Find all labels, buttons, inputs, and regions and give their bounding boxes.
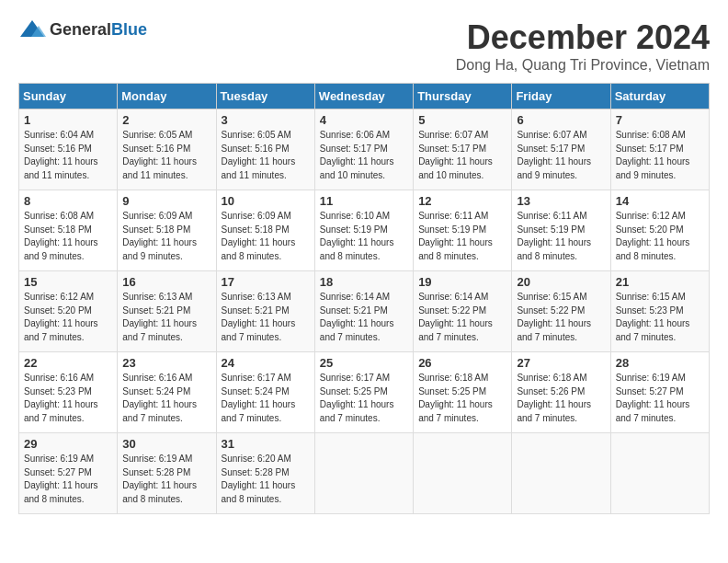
calendar-table: SundayMondayTuesdayWednesdayThursdayFrid…: [18, 83, 710, 514]
day-number: 21: [616, 275, 704, 289]
month-title: December 2024: [456, 18, 710, 57]
day-number: 31: [222, 437, 310, 451]
calendar-cell: 11 Sunrise: 6:10 AMSunset: 5:19 PMDaylig…: [314, 190, 413, 271]
day-number: 29: [24, 437, 112, 451]
day-number: 17: [222, 275, 310, 289]
day-detail: Sunrise: 6:05 AMSunset: 5:16 PMDaylight:…: [222, 130, 296, 180]
day-detail: Sunrise: 6:12 AMSunset: 5:20 PMDaylight:…: [616, 211, 690, 261]
calendar-cell: [414, 433, 512, 514]
day-detail: Sunrise: 6:07 AMSunset: 5:17 PMDaylight:…: [517, 130, 591, 180]
calendar-cell: 7 Sunrise: 6:08 AMSunset: 5:17 PMDayligh…: [610, 109, 709, 190]
day-number: 19: [418, 275, 506, 289]
day-detail: Sunrise: 6:06 AMSunset: 5:17 PMDaylight:…: [320, 130, 394, 180]
calendar-cell: [512, 433, 610, 514]
day-number: 30: [122, 437, 210, 451]
title-block: December 2024 Dong Ha, Quang Tri Provinc…: [456, 18, 710, 74]
day-detail: Sunrise: 6:05 AMSunset: 5:16 PMDaylight:…: [122, 130, 197, 180]
logo-icon: [18, 18, 46, 40]
day-detail: Sunrise: 6:16 AMSunset: 5:23 PMDaylight:…: [24, 373, 98, 423]
calendar-cell: 5 Sunrise: 6:07 AMSunset: 5:17 PMDayligh…: [414, 109, 512, 190]
calendar-header-friday: Friday: [512, 84, 610, 109]
day-detail: Sunrise: 6:09 AMSunset: 5:18 PMDaylight:…: [222, 211, 296, 261]
day-detail: Sunrise: 6:17 AMSunset: 5:24 PMDaylight:…: [222, 373, 296, 423]
calendar-cell: 13 Sunrise: 6:11 AMSunset: 5:19 PMDaylig…: [512, 190, 610, 271]
calendar-cell: 22 Sunrise: 6:16 AMSunset: 5:23 PMDaylig…: [19, 352, 118, 433]
day-detail: Sunrise: 6:17 AMSunset: 5:25 PMDaylight:…: [320, 373, 394, 423]
calendar-cell: 18 Sunrise: 6:14 AMSunset: 5:21 PMDaylig…: [314, 271, 413, 352]
calendar-header-saturday: Saturday: [610, 84, 709, 109]
calendar-body: 1 Sunrise: 6:04 AMSunset: 5:16 PMDayligh…: [19, 109, 710, 514]
calendar-header-wednesday: Wednesday: [314, 84, 413, 109]
day-number: 25: [320, 356, 408, 370]
calendar-cell: 8 Sunrise: 6:08 AMSunset: 5:18 PMDayligh…: [19, 190, 118, 271]
calendar-cell: 9 Sunrise: 6:09 AMSunset: 5:18 PMDayligh…: [118, 190, 216, 271]
day-number: 22: [24, 356, 112, 370]
calendar-cell: [610, 433, 709, 514]
calendar-header-monday: Monday: [118, 84, 216, 109]
day-number: 5: [418, 113, 506, 127]
calendar-cell: 19 Sunrise: 6:14 AMSunset: 5:22 PMDaylig…: [414, 271, 512, 352]
logo-text-blue: Blue: [111, 20, 147, 39]
day-detail: Sunrise: 6:14 AMSunset: 5:21 PMDaylight:…: [320, 292, 394, 342]
location-title: Dong Ha, Quang Tri Province, Vietnam: [456, 57, 710, 74]
calendar-cell: 21 Sunrise: 6:15 AMSunset: 5:23 PMDaylig…: [610, 271, 709, 352]
calendar-week-2: 8 Sunrise: 6:08 AMSunset: 5:18 PMDayligh…: [19, 190, 710, 271]
calendar-cell: 14 Sunrise: 6:12 AMSunset: 5:20 PMDaylig…: [610, 190, 709, 271]
day-number: 20: [517, 275, 605, 289]
calendar-cell: 30 Sunrise: 6:19 AMSunset: 5:28 PMDaylig…: [118, 433, 216, 514]
calendar-cell: 23 Sunrise: 6:16 AMSunset: 5:24 PMDaylig…: [118, 352, 216, 433]
calendar-cell: 24 Sunrise: 6:17 AMSunset: 5:24 PMDaylig…: [216, 352, 314, 433]
calendar-cell: 6 Sunrise: 6:07 AMSunset: 5:17 PMDayligh…: [512, 109, 610, 190]
day-detail: Sunrise: 6:20 AMSunset: 5:28 PMDaylight:…: [222, 454, 296, 504]
calendar-cell: 26 Sunrise: 6:18 AMSunset: 5:25 PMDaylig…: [414, 352, 512, 433]
calendar-cell: 17 Sunrise: 6:13 AMSunset: 5:21 PMDaylig…: [216, 271, 314, 352]
day-number: 14: [616, 194, 704, 208]
day-detail: Sunrise: 6:11 AMSunset: 5:19 PMDaylight:…: [517, 211, 591, 261]
logo-text-general: General: [50, 20, 111, 39]
day-detail: Sunrise: 6:10 AMSunset: 5:19 PMDaylight:…: [320, 211, 394, 261]
day-number: 7: [616, 113, 704, 127]
day-detail: Sunrise: 6:18 AMSunset: 5:26 PMDaylight:…: [517, 373, 591, 423]
calendar-cell: 15 Sunrise: 6:12 AMSunset: 5:20 PMDaylig…: [19, 271, 118, 352]
calendar-cell: 3 Sunrise: 6:05 AMSunset: 5:16 PMDayligh…: [216, 109, 314, 190]
day-detail: Sunrise: 6:13 AMSunset: 5:21 PMDaylight:…: [222, 292, 296, 342]
day-detail: Sunrise: 6:08 AMSunset: 5:18 PMDaylight:…: [24, 211, 98, 261]
logo: GeneralBlue: [18, 18, 147, 40]
day-detail: Sunrise: 6:12 AMSunset: 5:20 PMDaylight:…: [24, 292, 98, 342]
day-detail: Sunrise: 6:13 AMSunset: 5:21 PMDaylight:…: [122, 292, 197, 342]
day-number: 10: [222, 194, 310, 208]
day-number: 2: [122, 113, 210, 127]
calendar-header-sunday: Sunday: [19, 84, 118, 109]
calendar-week-5: 29 Sunrise: 6:19 AMSunset: 5:27 PMDaylig…: [19, 433, 710, 514]
day-number: 4: [320, 113, 408, 127]
calendar-header-thursday: Thursday: [414, 84, 512, 109]
calendar-header-tuesday: Tuesday: [216, 84, 314, 109]
day-number: 26: [418, 356, 506, 370]
day-detail: Sunrise: 6:19 AMSunset: 5:27 PMDaylight:…: [616, 373, 690, 423]
day-detail: Sunrise: 6:19 AMSunset: 5:27 PMDaylight:…: [24, 454, 98, 504]
day-number: 12: [418, 194, 506, 208]
calendar-cell: [314, 433, 413, 514]
calendar-week-3: 15 Sunrise: 6:12 AMSunset: 5:20 PMDaylig…: [19, 271, 710, 352]
day-number: 8: [24, 194, 112, 208]
day-detail: Sunrise: 6:15 AMSunset: 5:22 PMDaylight:…: [517, 292, 591, 342]
day-detail: Sunrise: 6:07 AMSunset: 5:17 PMDaylight:…: [418, 130, 493, 180]
day-number: 23: [122, 356, 210, 370]
calendar-cell: 29 Sunrise: 6:19 AMSunset: 5:27 PMDaylig…: [19, 433, 118, 514]
day-number: 18: [320, 275, 408, 289]
day-number: 16: [122, 275, 210, 289]
calendar-cell: 25 Sunrise: 6:17 AMSunset: 5:25 PMDaylig…: [314, 352, 413, 433]
day-detail: Sunrise: 6:18 AMSunset: 5:25 PMDaylight:…: [418, 373, 493, 423]
calendar-cell: 2 Sunrise: 6:05 AMSunset: 5:16 PMDayligh…: [118, 109, 216, 190]
day-number: 28: [616, 356, 704, 370]
day-number: 1: [24, 113, 112, 127]
day-detail: Sunrise: 6:08 AMSunset: 5:17 PMDaylight:…: [616, 130, 690, 180]
day-number: 11: [320, 194, 408, 208]
calendar-week-1: 1 Sunrise: 6:04 AMSunset: 5:16 PMDayligh…: [19, 109, 710, 190]
day-detail: Sunrise: 6:14 AMSunset: 5:22 PMDaylight:…: [418, 292, 493, 342]
calendar-cell: 20 Sunrise: 6:15 AMSunset: 5:22 PMDaylig…: [512, 271, 610, 352]
day-number: 3: [222, 113, 310, 127]
calendar-cell: 1 Sunrise: 6:04 AMSunset: 5:16 PMDayligh…: [19, 109, 118, 190]
day-detail: Sunrise: 6:04 AMSunset: 5:16 PMDaylight:…: [24, 130, 98, 180]
day-detail: Sunrise: 6:19 AMSunset: 5:28 PMDaylight:…: [122, 454, 197, 504]
